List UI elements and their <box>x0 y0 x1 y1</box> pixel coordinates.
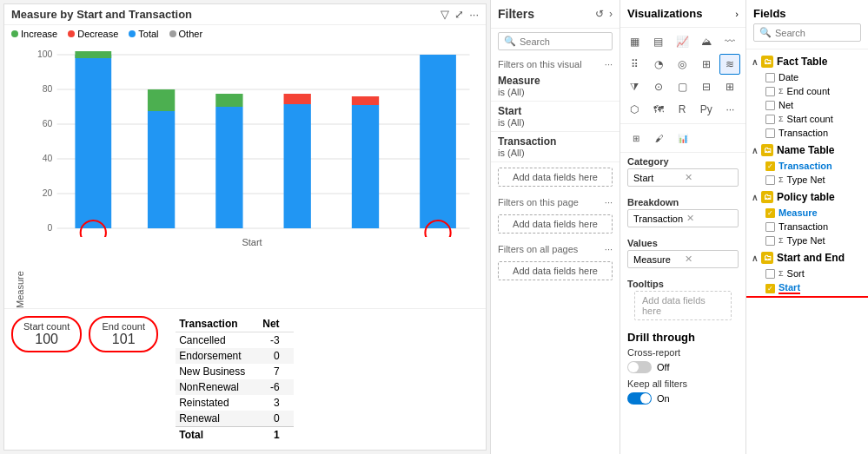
viz-icon-donut[interactable]: ◎ <box>672 54 692 75</box>
viz-icon-stacked[interactable]: ▤ <box>648 31 669 52</box>
field-item[interactable]: ✓Transaction <box>746 159 868 173</box>
field-item[interactable]: Date <box>746 70 868 84</box>
viz-icon-python[interactable]: Py <box>696 99 717 120</box>
more-icon[interactable]: ··· <box>469 8 479 21</box>
format-icon-paintbrush[interactable]: 🖌 <box>649 128 670 148</box>
filters-visual-more-icon[interactable]: ··· <box>605 59 613 69</box>
field-item[interactable]: ✓Start <box>746 280 868 298</box>
viz-category-clear-btn[interactable]: ✕ <box>685 172 732 183</box>
viz-icon-treemap[interactable]: ⊞ <box>696 54 717 75</box>
add-all-filter-btn[interactable]: Add data fields here <box>498 261 613 280</box>
viz-values-dropdown[interactable]: Measure ✕ <box>627 250 739 268</box>
viz-icon-line[interactable]: 📈 <box>672 31 692 52</box>
field-checkbox[interactable] <box>765 73 775 82</box>
field-checkbox[interactable] <box>765 101 775 110</box>
fields-panel: Fields 🔍 ∧🗂Fact TableDateΣEnd countNetΣS… <box>746 0 868 454</box>
viz-icon-area[interactable]: ⛰ <box>696 31 717 52</box>
field-checkbox[interactable] <box>765 115 775 124</box>
filters-chevron-icon[interactable]: › <box>609 8 613 20</box>
cross-report-toggle[interactable] <box>627 361 652 373</box>
viz-icon-card[interactable]: ▢ <box>672 76 692 97</box>
filters-page-more-icon[interactable]: ··· <box>605 197 613 207</box>
table-cell-net: 0 <box>259 348 293 364</box>
filter-measure[interactable]: Measure is (All) <box>491 71 620 102</box>
viz-icon-ribbon[interactable]: 〰 <box>719 31 740 52</box>
field-item[interactable]: ΣType Net <box>746 234 868 247</box>
viz-breakdown-dropdown[interactable]: Transaction ✕ <box>627 209 739 227</box>
svg-text:20: 20 <box>43 188 53 198</box>
format-icon-fields[interactable]: ⊞ <box>626 128 646 148</box>
viz-breakdown-clear-btn[interactable]: ✕ <box>686 213 732 224</box>
add-visual-filter-btn[interactable]: Add data fields here <box>498 168 613 187</box>
fields-search-container[interactable]: 🔍 <box>753 23 861 42</box>
field-group-header[interactable]: ∧🗂Name Table <box>746 141 868 159</box>
viz-icon-pie[interactable]: ◔ <box>648 54 669 75</box>
drill-through-title: Drill through <box>627 331 739 344</box>
field-checkbox[interactable]: ✓ <box>765 161 775 171</box>
viz-icon-matrix[interactable]: ⊞ <box>719 76 740 97</box>
viz-tooltips-hint[interactable]: Add data fields here <box>634 291 732 320</box>
table-row: Reinstated3 <box>176 395 293 411</box>
field-group-header[interactable]: ∧🗂Fact Table <box>746 53 868 70</box>
field-checkbox[interactable] <box>765 128 775 138</box>
field-checkbox[interactable] <box>765 87 775 96</box>
field-item[interactable]: Transaction <box>746 126 868 140</box>
svg-text:100: 100 <box>37 49 53 59</box>
field-group-fact-table: ∧🗂Fact TableDateΣEnd countNetΣStart coun… <box>746 53 868 140</box>
format-icon-row: ⊞ 🖌 📊 <box>620 124 745 153</box>
field-item[interactable]: Transaction <box>746 220 868 234</box>
field-item[interactable]: ΣSort <box>746 266 868 280</box>
field-checkbox[interactable] <box>765 222 775 232</box>
viz-icon-bar[interactable]: ▦ <box>624 31 645 52</box>
viz-icon-funnel[interactable]: ⧩ <box>624 76 645 97</box>
svg-rect-13 <box>75 51 111 58</box>
field-group-header[interactable]: ∧🗂Start and End <box>746 249 868 266</box>
viz-category-label: Category <box>627 156 739 167</box>
filters-search-input[interactable] <box>520 36 606 47</box>
sigma-icon: Σ <box>779 236 784 245</box>
filters-all-more-icon[interactable]: ··· <box>605 244 613 254</box>
viz-chevron-icon[interactable]: › <box>735 9 739 19</box>
legend-dot-other <box>169 30 176 37</box>
viz-values-clear-btn[interactable]: ✕ <box>685 253 732 265</box>
group-name: Start and End <box>777 252 845 264</box>
viz-icon-more[interactable]: ··· <box>719 99 740 120</box>
field-item[interactable]: ΣEnd count <box>746 84 868 98</box>
data-table-container: Transaction Net Cancelled-3Endorsement0N… <box>176 316 293 443</box>
add-page-filter-btn[interactable]: Add data fields here <box>498 214 613 234</box>
fields-search-input[interactable] <box>775 28 855 38</box>
filters-search-container[interactable]: 🔍 <box>491 29 620 54</box>
field-item[interactable]: ΣType Net <box>746 173 868 187</box>
viz-icon-map2[interactable]: 🗺 <box>648 99 669 120</box>
field-checkbox[interactable] <box>765 236 775 246</box>
cross-report-toggle-knob <box>628 362 639 372</box>
filters-refresh-icon[interactable]: ↺ <box>595 8 604 20</box>
filter-start[interactable]: Start is (All) <box>491 102 620 132</box>
legend-item-total: Total <box>129 29 158 39</box>
viz-icon-shape[interactable]: R <box>672 99 692 120</box>
field-item[interactable]: ✓Measure <box>746 206 868 220</box>
field-item[interactable]: Net <box>746 98 868 112</box>
viz-category-dropdown[interactable]: Start ✕ <box>627 168 739 187</box>
viz-icon-map[interactable]: ⬡ <box>624 99 645 120</box>
field-checkbox[interactable]: ✓ <box>765 208 775 218</box>
focus-icon[interactable]: ⤢ <box>454 8 464 21</box>
viz-icon-table[interactable]: ⊟ <box>696 76 717 97</box>
viz-icon-gauge[interactable]: ⊙ <box>648 76 669 97</box>
legend-label-other: Other <box>179 29 203 39</box>
field-group-header[interactable]: ∧🗂Policy table <box>746 188 868 206</box>
field-checkbox[interactable]: ✓ <box>765 284 775 293</box>
viz-icon-scatter[interactable]: ⠿ <box>624 54 645 75</box>
legend-label-decrease: Decrease <box>77 29 118 39</box>
keep-all-filters-toggle[interactable] <box>627 392 652 405</box>
viz-icon-waterfall[interactable]: ≋ <box>719 54 740 75</box>
field-item[interactable]: ΣStart count <box>746 112 868 126</box>
field-checkbox[interactable] <box>765 175 775 185</box>
filter-transaction[interactable]: Transaction is (All) <box>491 132 620 162</box>
filter-icon[interactable]: ▽ <box>441 8 449 21</box>
table-cell-net: 7 <box>259 364 293 379</box>
field-checkbox[interactable] <box>765 269 775 279</box>
format-icon-analytics[interactable]: 📊 <box>673 128 693 148</box>
chart-icon-group: ▽ ⤢ ··· <box>441 8 479 21</box>
field-item-label: Transaction <box>779 221 828 232</box>
